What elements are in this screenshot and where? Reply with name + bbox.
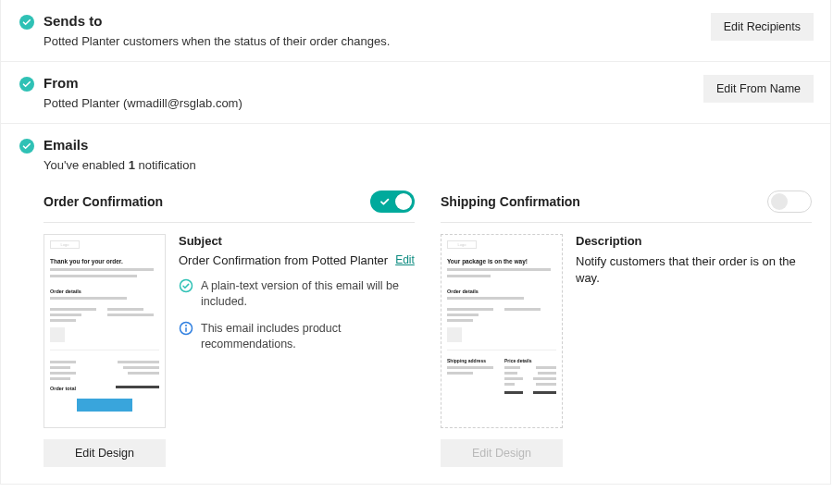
section-title: Sends to — [44, 13, 812, 29]
email-card-order-confirmation: Order Confirmation Logo Thank you f — [44, 189, 415, 467]
email-details-shipping: Description Notify customers that their … — [576, 234, 812, 428]
section-desc: Potted Planter customers when the status… — [44, 34, 812, 48]
emails-enabled-text: You've enabled 1 notification — [44, 158, 812, 172]
check-icon — [19, 13, 44, 30]
info-icon — [179, 321, 193, 336]
edit-from-name-button[interactable]: Edit From Name — [703, 75, 814, 103]
edit-design-shipping-button: Edit Design — [441, 439, 563, 467]
section-from: From Potted Planter (wmadill@rsglab.com)… — [1, 62, 830, 124]
settings-panel: Sends to Potted Planter customers when t… — [0, 0, 831, 485]
email-card-shipping-confirmation: Shipping Confirmation Logo Your package … — [441, 189, 812, 467]
edit-design-order-button[interactable]: Edit Design — [44, 439, 166, 467]
section-title: From — [44, 75, 812, 91]
check-icon — [19, 137, 44, 154]
note-plaintext: A plain-text version of this email will … — [179, 278, 415, 310]
check-circle-icon — [179, 278, 193, 293]
edit-subject-link[interactable]: Edit — [395, 253, 415, 266]
section-emails: Emails You've enabled 1 notification Ord… — [1, 124, 830, 484]
description-label: Description — [576, 234, 812, 248]
section-desc: Potted Planter (wmadill@rsglab.com) — [44, 96, 812, 110]
email-details-order: Subject Order Confirmation from Potted P… — [179, 234, 415, 428]
email-preview-order: Logo Thank you for your order. Order det… — [44, 234, 166, 428]
card-title: Shipping Confirmation — [441, 194, 580, 209]
email-preview-shipping: Logo Your package is on the way! Order d… — [441, 234, 563, 428]
svg-point-3 — [180, 280, 193, 292]
svg-point-5 — [185, 325, 187, 326]
svg-rect-6 — [185, 327, 187, 332]
card-title: Order Confirmation — [44, 194, 163, 209]
subject-label: Subject — [179, 234, 415, 248]
section-title: Emails — [44, 137, 812, 153]
description-value: Notify customers that their order is on … — [576, 253, 812, 287]
section-sends-to: Sends to Potted Planter customers when t… — [1, 0, 830, 62]
subject-value: Order Confirmation from Potted Planter — [179, 253, 388, 267]
note-recommendations: This email includes product recommendati… — [179, 321, 415, 352]
toggle-order-confirmation[interactable] — [370, 191, 415, 213]
edit-recipients-button[interactable]: Edit Recipients — [711, 13, 814, 41]
check-icon — [19, 75, 44, 92]
toggle-shipping-confirmation[interactable] — [767, 191, 812, 213]
